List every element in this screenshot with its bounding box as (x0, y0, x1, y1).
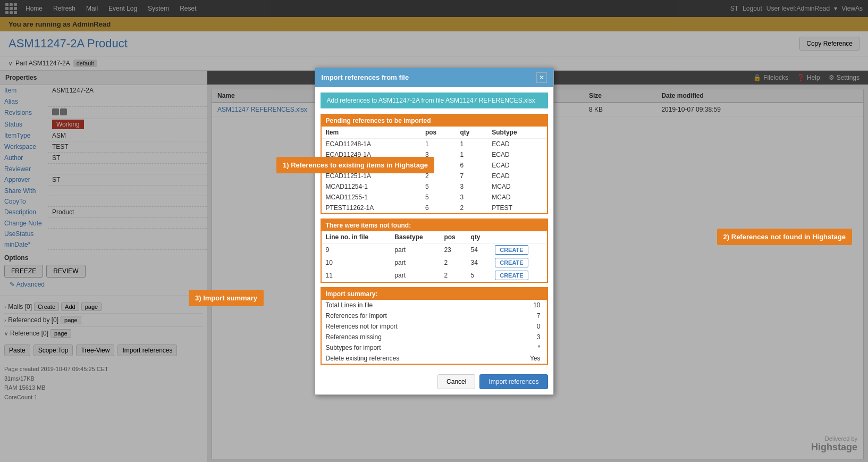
add-references-button[interactable]: Add references to ASM11247-2A from file … (321, 93, 548, 108)
pending-qty: 7 (456, 171, 488, 181)
import-references-modal-btn[interactable]: Import references (479, 374, 547, 389)
pending-col-subtype: Subtype (487, 127, 546, 139)
summary-table: Total Lines in file10References for impo… (322, 300, 547, 364)
nf-pos: 23 (440, 243, 466, 256)
summary-row: References for import7 (322, 310, 547, 321)
pending-qty: 3 (456, 181, 488, 192)
pending-pos: 5 (421, 181, 456, 192)
modal-header: Import references from file ✕ (315, 68, 553, 87)
summary-label: Subtypes for import (322, 342, 501, 353)
create-button[interactable]: CREATE (495, 258, 528, 267)
nf-pos: 2 (440, 269, 466, 282)
nf-line: 9 (322, 243, 391, 256)
modal-title: Import references from file (322, 73, 409, 81)
pending-row: ECAD11248-1A11ECAD (322, 138, 547, 149)
nf-line: 10 (322, 256, 391, 269)
pending-item: MCAD11254-1 (322, 181, 421, 192)
pending-pos: 5 (421, 192, 456, 203)
nf-pos: 2 (440, 256, 466, 269)
pending-row: ECAD11250-1A26ECAD (322, 160, 547, 171)
pending-subtype: ECAD (487, 138, 546, 149)
pending-row: MCAD11254-153MCAD (322, 181, 547, 192)
pending-col-pos: pos (421, 127, 456, 139)
pending-subtype: ECAD (487, 160, 546, 171)
summary-row: Subtypes for import* (322, 342, 547, 353)
summary-row: Delete existing referencesYes (322, 353, 547, 364)
pending-row: PTEST11262-1A62PTEST (322, 203, 547, 213)
summary-header: Import summary: (322, 288, 547, 300)
pending-col-item: Item (322, 127, 421, 139)
pending-row: MCAD11255-153MCAD (322, 192, 547, 203)
not-found-section: There were items not found: Line no. in … (321, 219, 548, 283)
summary-label: References for import (322, 310, 501, 321)
pending-section: Pending references to be imported Item p… (321, 114, 548, 214)
pending-subtype: ECAD (487, 149, 546, 160)
pending-item: ECAD11249-1A (322, 149, 421, 160)
pending-pos: 3 (421, 149, 456, 160)
modal-footer: Cancel Import references (315, 369, 553, 394)
summary-value: 7 (501, 310, 546, 321)
summary-value: 3 (501, 332, 546, 342)
pending-pos: 1 (421, 138, 456, 149)
nf-col-basetype: Basetype (390, 231, 440, 243)
modal-overlay: Import references from file ✕ Add refere… (0, 0, 868, 462)
pending-qty: 1 (456, 149, 488, 160)
cancel-button[interactable]: Cancel (437, 374, 475, 389)
pending-row: ECAD11251-1A27ECAD (322, 171, 547, 181)
nf-qty: 54 (467, 243, 491, 256)
not-found-table: Line no. in file Basetype pos qty 9part2… (322, 231, 547, 282)
pending-subtype: MCAD (487, 181, 546, 192)
nf-qty: 34 (467, 256, 491, 269)
summary-value: 10 (501, 300, 546, 310)
summary-label: Delete existing references (322, 353, 501, 364)
nf-col-qty: qty (467, 231, 491, 243)
notfound-row: 9part2354CREATE (322, 243, 547, 256)
nf-qty: 5 (467, 269, 491, 282)
pending-pos: 2 (421, 160, 456, 171)
import-modal: Import references from file ✕ Add refere… (315, 68, 554, 395)
modal-close-button[interactable]: ✕ (536, 72, 547, 83)
nf-basetype: part (390, 269, 440, 282)
nf-basetype: part (390, 256, 440, 269)
pending-section-header: Pending references to be imported (322, 115, 547, 127)
pending-subtype: MCAD (487, 192, 546, 203)
nf-line: 11 (322, 269, 391, 282)
summary-section: Import summary: Total Lines in file10Ref… (321, 287, 548, 365)
pending-item: MCAD11255-1 (322, 192, 421, 203)
pending-item: ECAD11251-1A (322, 171, 421, 181)
summary-label: References not for import (322, 321, 501, 332)
summary-value: 0 (501, 321, 546, 332)
summary-label: References missing (322, 332, 501, 342)
pending-table: Item pos qty Subtype ECAD11248-1A11ECADE… (322, 127, 547, 213)
create-button[interactable]: CREATE (495, 245, 528, 255)
pending-qty: 3 (456, 192, 488, 203)
pending-pos: 2 (421, 171, 456, 181)
pending-qty: 1 (456, 138, 488, 149)
pending-qty: 6 (456, 160, 488, 171)
summary-row: References missing3 (322, 332, 547, 342)
notfound-row: 11part25CREATE (322, 269, 547, 282)
nf-col-action (491, 231, 546, 243)
callout-3: 3) Import summary (189, 290, 264, 306)
pending-item: ECAD11250-1A (322, 160, 421, 171)
pending-item: ECAD11248-1A (322, 138, 421, 149)
pending-row: ECAD11249-1A31ECAD (322, 149, 547, 160)
pending-col-qty: qty (456, 127, 488, 139)
summary-label: Total Lines in file (322, 300, 501, 310)
not-found-header: There were items not found: (322, 220, 547, 231)
pending-qty: 2 (456, 203, 488, 213)
create-button[interactable]: CREATE (495, 271, 528, 280)
pending-pos: 6 (421, 203, 456, 213)
nf-basetype: part (390, 243, 440, 256)
summary-row: References not for import0 (322, 321, 547, 332)
summary-value: Yes (501, 353, 546, 364)
summary-value: * (501, 342, 546, 353)
summary-row: Total Lines in file10 (322, 300, 547, 310)
pending-item: PTEST11262-1A (322, 203, 421, 213)
notfound-row: 10part234CREATE (322, 256, 547, 269)
pending-subtype: PTEST (487, 203, 546, 213)
nf-col-line: Line no. in file (322, 231, 391, 243)
callout-2: 2) References not found in Highstage (717, 229, 852, 245)
nf-col-pos: pos (440, 231, 466, 243)
pending-subtype: ECAD (487, 171, 546, 181)
